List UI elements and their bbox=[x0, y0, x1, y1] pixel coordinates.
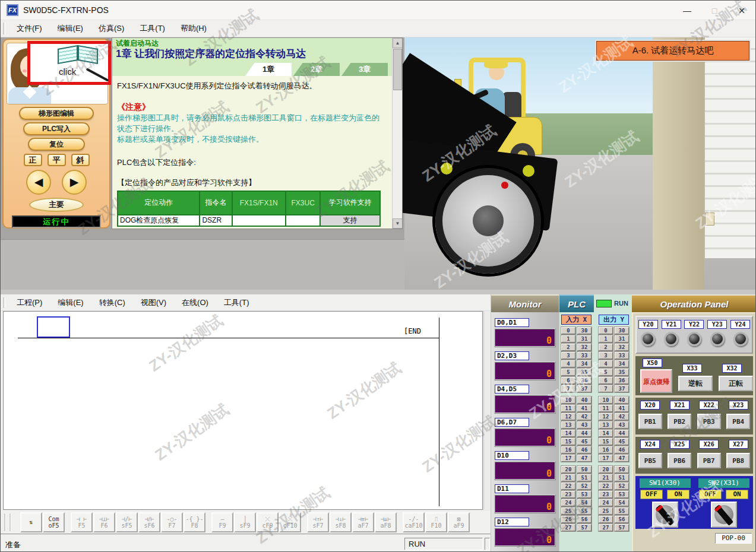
pushbutton-PB5[interactable]: PB5 bbox=[638, 453, 662, 468]
mode-button-2[interactable]: 斜 bbox=[71, 154, 90, 166]
x-cell[interactable]: 37 bbox=[577, 385, 591, 392]
scroll-up-icon[interactable]: ▲ bbox=[393, 38, 403, 48]
y-cell[interactable]: 5 bbox=[599, 369, 613, 376]
y-cell[interactable]: 15 bbox=[599, 438, 613, 445]
pushbutton-PB4[interactable]: PB4 bbox=[726, 414, 750, 429]
pushbutton-PB6[interactable]: PB6 bbox=[668, 453, 691, 468]
reverse-button[interactable]: 逆転 bbox=[678, 376, 713, 391]
ladder-edit-button[interactable]: 梯形图编辑 bbox=[19, 107, 94, 120]
x-cell[interactable]: 33 bbox=[577, 352, 591, 359]
x-cell[interactable]: 14 bbox=[561, 430, 575, 437]
x-cell[interactable]: 46 bbox=[577, 446, 591, 453]
x-cell[interactable]: 16 bbox=[561, 446, 575, 453]
x-cell[interactable]: 50 bbox=[577, 466, 591, 473]
chapter-tab-2[interactable]: 3章 bbox=[341, 63, 388, 76]
home-return-button[interactable]: 原点復帰 bbox=[640, 369, 672, 393]
close-button[interactable]: ✕ bbox=[728, 1, 755, 20]
y-cell[interactable]: 13 bbox=[599, 421, 613, 429]
ladder-tool-aF9[interactable]: ⊠aF9 bbox=[448, 512, 470, 532]
ladder-menu-item-2[interactable]: 转换(C) bbox=[91, 297, 133, 308]
menu-item-3[interactable]: 工具(T) bbox=[132, 23, 173, 34]
x-cell[interactable]: 0 bbox=[561, 327, 575, 334]
prev-arrow-button[interactable]: ◀ bbox=[26, 170, 51, 195]
x-cell[interactable]: 36 bbox=[577, 377, 591, 384]
ladder-tool-aF8[interactable]: ⊣⇊⊢aF8 bbox=[375, 512, 397, 532]
y-cell[interactable]: 35 bbox=[615, 369, 629, 376]
y-cell[interactable]: 20 bbox=[599, 466, 613, 473]
ladder-tool-F6[interactable]: ⊣⊥⊢F6 bbox=[93, 512, 115, 532]
x-cell[interactable]: 52 bbox=[577, 483, 591, 490]
y-cell[interactable]: 34 bbox=[615, 360, 629, 367]
y-cell[interactable]: 0 bbox=[599, 327, 613, 334]
pushbutton-PB1[interactable]: PB1 bbox=[638, 414, 662, 429]
ladder-tool-sF9[interactable]: │sF9 bbox=[234, 512, 256, 532]
click-highlight-box[interactable]: click bbox=[27, 41, 111, 85]
x-cell[interactable]: 1 bbox=[561, 335, 575, 342]
ladder-tool-sF8[interactable]: ⊣↓⊢sF8 bbox=[330, 512, 352, 532]
y-cell[interactable]: 1 bbox=[599, 335, 613, 342]
y-cell[interactable]: 7 bbox=[599, 385, 613, 392]
scroll-down-icon[interactable]: ▼ bbox=[393, 218, 403, 229]
chapter-tab-0[interactable]: 1章 bbox=[245, 63, 292, 76]
y-cell[interactable]: 56 bbox=[615, 516, 629, 523]
y-cell[interactable]: 42 bbox=[615, 413, 629, 420]
minimize-button[interactable]: — bbox=[673, 1, 701, 20]
menu-item-1[interactable]: 编辑(E) bbox=[50, 23, 91, 34]
x-cell[interactable]: 35 bbox=[577, 369, 591, 376]
x-cell[interactable]: 26 bbox=[561, 516, 575, 523]
ladder-tool-F5[interactable]: ⊣ ⊢F5 bbox=[71, 512, 93, 532]
x-cell[interactable]: 32 bbox=[577, 344, 591, 351]
x-cell[interactable]: 55 bbox=[577, 507, 591, 515]
reset-button[interactable]: 复位 bbox=[28, 138, 85, 151]
x-cell[interactable]: 34 bbox=[577, 360, 591, 367]
y-cell[interactable]: 44 bbox=[615, 430, 629, 437]
y-cell[interactable]: 21 bbox=[599, 474, 613, 481]
y-cell[interactable]: 41 bbox=[615, 405, 629, 412]
y-cell[interactable]: 2 bbox=[599, 344, 613, 351]
y-cell[interactable]: 45 bbox=[615, 438, 629, 445]
x-cell[interactable]: 7 bbox=[561, 385, 575, 392]
x-cell[interactable]: 17 bbox=[561, 455, 575, 462]
ladder-tool-sF6[interactable]: ⊣⫽⊢sF6 bbox=[138, 512, 160, 532]
y-cell[interactable]: 47 bbox=[615, 455, 629, 462]
y-cell[interactable]: 53 bbox=[615, 491, 629, 498]
x-cell[interactable]: 30 bbox=[577, 327, 591, 334]
ladder-tool-caF10[interactable]: -/-caF10 bbox=[403, 512, 425, 532]
pushbutton-PB8[interactable]: PB8 bbox=[726, 453, 750, 468]
x-cell[interactable]: 24 bbox=[561, 499, 575, 506]
ladder-tool-sF7[interactable]: ⊣↑⊢sF7 bbox=[307, 512, 329, 532]
x-cell[interactable]: 45 bbox=[577, 438, 591, 445]
ladder-scrollbar[interactable] bbox=[483, 311, 491, 510]
y-cell[interactable]: 11 bbox=[599, 405, 613, 412]
plc-write-button[interactable]: PLC写入 bbox=[23, 122, 90, 135]
rotary-switch[interactable] bbox=[652, 502, 678, 528]
y-cell[interactable]: 36 bbox=[615, 377, 629, 384]
y-cell[interactable]: 3 bbox=[599, 352, 613, 359]
rotary-switch[interactable] bbox=[711, 502, 737, 528]
y-cell[interactable]: 24 bbox=[599, 499, 613, 506]
ladder-tool-aF7[interactable]: ⊣⇈⊢aF7 bbox=[352, 512, 374, 532]
ladder-tool-cF9[interactable]: ⤫cF9 bbox=[257, 512, 279, 532]
x-cell[interactable]: 40 bbox=[577, 396, 591, 404]
x-cell[interactable]: 12 bbox=[561, 413, 575, 420]
y-cell[interactable]: 17 bbox=[599, 455, 613, 462]
pushbutton-PB3[interactable]: PB3 bbox=[697, 414, 721, 429]
y-cell[interactable]: 40 bbox=[615, 396, 629, 404]
x-cell[interactable]: 27 bbox=[561, 524, 575, 531]
x-cell[interactable]: 56 bbox=[577, 516, 591, 523]
ladder-menu-item-4[interactable]: 在线(O) bbox=[174, 297, 216, 308]
x-cell[interactable]: 3 bbox=[561, 352, 575, 359]
x-cell[interactable]: 5 bbox=[561, 369, 575, 376]
y-cell[interactable]: 12 bbox=[599, 413, 613, 420]
y-cell[interactable]: 4 bbox=[599, 360, 613, 367]
ladder-tool-F8[interactable]: -{ }-F8 bbox=[184, 512, 205, 532]
y-cell[interactable]: 37 bbox=[615, 385, 629, 392]
ladder-tool-sF5[interactable]: ⊣/⊢sF5 bbox=[116, 512, 138, 532]
y-cell[interactable]: 50 bbox=[615, 466, 629, 473]
ladder-menu-item-1[interactable]: 编辑(E) bbox=[50, 297, 91, 308]
ladder-tool-cF10[interactable]: ⤬cF10 bbox=[279, 512, 301, 532]
x-cell[interactable]: 2 bbox=[561, 344, 575, 351]
scrollbar-thumb[interactable] bbox=[393, 49, 402, 90]
chapter-tab-1[interactable]: 2章 bbox=[293, 63, 340, 76]
x-cell[interactable]: 54 bbox=[577, 499, 591, 506]
